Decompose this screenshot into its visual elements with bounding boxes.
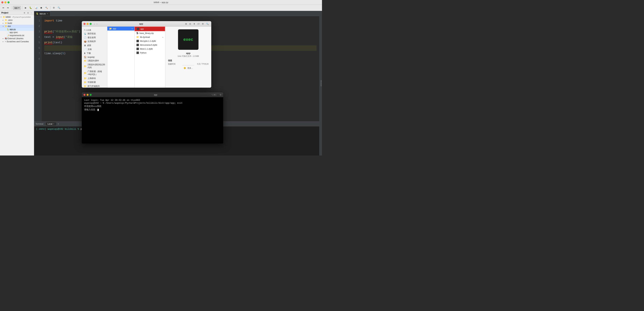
finder-item-folder2[interactable]: 📁 2期逆向课堂笔记和代码 (82, 63, 107, 70)
sidebar-settings-icon[interactable]: ⚙ (23, 12, 26, 14)
project-folder-icon: 📁 (3, 16, 5, 18)
app-terminal-content[interactable]: Last login: Tue Apr 12 20:32:46 on ttys0… (82, 97, 223, 144)
finder-view-columns-icon[interactable]: ⊞ (184, 22, 188, 26)
tab-close-icon[interactable]: ✕ (47, 13, 48, 15)
tree-item-dist[interactable]: ▾ 📁 dist (0, 25, 34, 28)
finder-item-downloads[interactable]: ⬇ 下载 (82, 51, 107, 55)
finder-col2-app[interactable]: ⬛ app (134, 27, 165, 31)
finder-search-icon[interactable]: 🔍 (205, 22, 210, 26)
maximize-button[interactable] (8, 1, 10, 4)
run-button[interactable]: ▶ (24, 6, 28, 10)
toolbar-nav-back[interactable]: ⬅ (1, 6, 5, 10)
sidebar-header: Project ⚙ ☰ − (0, 11, 34, 15)
toolbar-nav-forward[interactable]: ➡ (6, 6, 10, 10)
terminal-tab-local[interactable]: Local ✕ (46, 122, 56, 126)
dist-folder-icon: 📁 (5, 25, 7, 28)
finder-item-folder4[interactable]: 📁 上海移动 (82, 76, 107, 80)
app-created-label: 创建时间 (168, 63, 176, 65)
finder-action-icon[interactable]: ⚙ (201, 22, 204, 26)
finder-minimize-button[interactable] (86, 23, 88, 25)
apppy-icon: 🐍 (7, 28, 9, 31)
col2-libdynload-arrow-icon: ▸ (162, 36, 164, 38)
finder-col2-python[interactable]: ⬛ Python (134, 51, 165, 55)
col2-baselib-icon: 🗜 (136, 32, 138, 35)
tab-apppy-label: app.py (40, 13, 46, 15)
app-preview-name: app (186, 52, 190, 55)
finder-view-toggle-icon[interactable]: ⊟ (188, 22, 192, 26)
app-terminal-line-1: Last login: Tue Apr 12 20:32:46 on ttys0… (84, 99, 221, 101)
tree-root-bilibili[interactable]: ▾ 📁 bilibili ~/PycharmProjects/bilibili (0, 16, 34, 19)
finder-item-folder6[interactable]: 📁 踏飞学城相关 (82, 84, 107, 88)
finder-item-folder1[interactable]: 📁 1期逆向课件 (82, 59, 107, 63)
finder-share-icon[interactable]: ⬆ (192, 22, 196, 26)
finder-col2-baselib[interactable]: 🗜 base_library.zip (134, 31, 165, 35)
finder-item-docs[interactable]: 📄 文稿 (82, 47, 107, 51)
run-with-coverage[interactable]: 📊 (34, 6, 38, 10)
finder-folder5-label: 中国联通 (88, 81, 96, 84)
tree-item-ext-libraries[interactable]: ▸ 📚 External Libraries (0, 37, 34, 40)
app-preview-icon: exec (178, 29, 198, 50)
sidebar-header-title: Project (1, 12, 22, 14)
finder-favorites-header: 个人收藏 (82, 29, 107, 32)
app-terminal-maximize[interactable] (90, 94, 92, 96)
tree-item-appspec[interactable]: 📄 app.spec (0, 31, 34, 34)
folder1-icon: 📁 (84, 60, 86, 62)
finder-forward-button[interactable]: › (96, 22, 98, 26)
terminal-tab-close-icon[interactable]: ✕ (53, 123, 54, 125)
finder-item-folder3[interactable]: 📁 广西联通（前端+MySQL） (82, 70, 107, 76)
app-terminal-settings-icon[interactable]: ⚙ (220, 94, 222, 96)
finder-tag-icon[interactable]: 🏷 (196, 22, 200, 26)
app-terminal-close[interactable] (84, 94, 86, 96)
finder-back-button[interactable]: ‹ (93, 22, 96, 26)
more-label[interactable]: 更多... (188, 67, 193, 69)
finder-title: app (100, 23, 183, 25)
line-num-6: 6 (36, 45, 40, 51)
finder-col2-libssl[interactable]: ⬛ libssl.1.1.dylib (134, 47, 165, 51)
project-selector[interactable]: app ▾ (13, 6, 21, 10)
finder-docs-label: 文稿 (88, 48, 92, 51)
debug-button[interactable]: 🐛 (28, 6, 33, 10)
finder-close-button[interactable] (84, 23, 86, 25)
folder5-icon: 📁 (84, 81, 86, 84)
line-num-3: 3 (36, 29, 40, 35)
sidebar-layout-icon[interactable]: ☰ (26, 12, 30, 14)
tree-item-build[interactable]: ▸ 📁 build (0, 22, 34, 25)
recent-icon: 🕐 (84, 36, 86, 39)
app-terminal-minimize[interactable] (86, 94, 88, 96)
tree-item-apppy[interactable]: 🐍 app.py (0, 28, 34, 31)
terminal-add-button[interactable]: + (57, 122, 60, 126)
sidebar-collapse-icon[interactable]: − (30, 12, 32, 14)
finder-item-airdrop[interactable]: 📡 隔空投送 (82, 32, 107, 36)
minimize-button[interactable] (4, 1, 6, 4)
finder-col2-libncurses[interactable]: ⬛ libncursesw.5.dylib (134, 43, 165, 47)
line-num-7: 7 (36, 51, 40, 56)
finder-col2-libcrypto[interactable]: ⬛ libcrypto.1.1.dylib (134, 39, 165, 43)
close-button[interactable] (1, 1, 4, 4)
structure-label: Structure (320, 80, 322, 87)
finder-item-home[interactable]: 🏠 wupeiqi (82, 55, 107, 59)
ext-lib-icon: 📚 (5, 38, 7, 40)
tree-item-venv[interactable]: ▸ 📁 .venv (0, 19, 34, 22)
search-button[interactable]: 🔍 (56, 6, 61, 10)
line-num-1: 1 (36, 18, 40, 24)
stop-button[interactable]: ⏹ (39, 6, 44, 10)
line-num-2: 2 (36, 24, 40, 29)
settings-button[interactable]: ⚙ (52, 6, 56, 10)
finder-maximize-button[interactable] (90, 23, 92, 25)
col2-baselib-label: base_library.zip (140, 32, 154, 35)
finder-item-folder5[interactable]: 📁 中国联通 (82, 80, 107, 84)
terminal-prompt: (.venv) wupeiqi@192 bilibili % (36, 128, 79, 130)
traffic-lights (1, 1, 10, 4)
finder-item-desktop[interactable]: 🖥 桌面 (82, 44, 107, 47)
finder-col2-libdynload[interactable]: 📁 lib-dynload ▸ (134, 35, 165, 39)
finder-col1-app[interactable]: 📁 app ▸ (107, 27, 134, 31)
finder-item-recent[interactable]: 🕐 最近使用 (82, 36, 107, 40)
tree-item-scratches[interactable]: ▸ ✎ Scratches and Consoles (0, 40, 34, 43)
finder-folder1-label: 1期逆向课件 (88, 59, 99, 62)
tab-apppy[interactable]: 🐍 app.py ✕ (34, 11, 50, 16)
build-button[interactable]: 🔨 (44, 6, 49, 10)
finder-item-apps[interactable]: 📦 应用程序 (82, 40, 107, 44)
col2-python-label: Python (140, 52, 146, 54)
finder-sidebar: 个人收藏 📡 隔空投送 🕐 最近使用 📦 应用程序 (82, 27, 107, 88)
tree-item-requirements[interactable]: 📝 requirements.txt (0, 34, 34, 37)
